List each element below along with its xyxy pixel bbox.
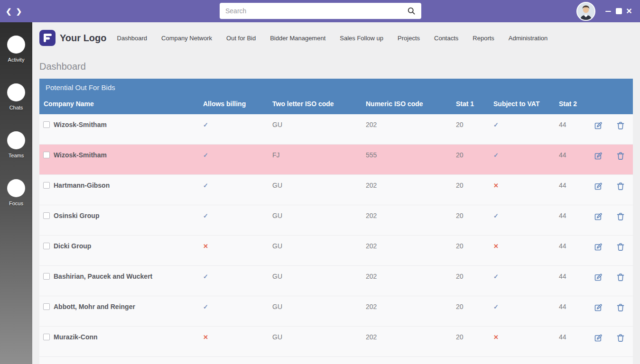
- history-nav: ❮ ❯: [6, 0, 22, 22]
- iso2-value: FJ: [272, 151, 280, 159]
- search-input[interactable]: [225, 7, 407, 15]
- col-stat-1: Stat 1: [452, 95, 490, 114]
- minimize-icon: [605, 11, 611, 12]
- row-checkbox[interactable]: [43, 182, 50, 189]
- vat-mark: ✕: [493, 182, 499, 189]
- allows-billing-mark: ✓: [203, 212, 208, 219]
- nav-contacts[interactable]: Contacts: [434, 35, 458, 42]
- bids-panel: Potential Out For Bids Company Name Allo…: [39, 79, 633, 364]
- iso-num-value: 202: [366, 273, 377, 280]
- allows-billing-mark: ✓: [203, 152, 208, 159]
- close-button[interactable]: ✕: [624, 0, 634, 22]
- minimize-button[interactable]: [603, 0, 613, 22]
- row-checkbox[interactable]: [43, 212, 50, 219]
- edit-icon[interactable]: [594, 242, 603, 252]
- vat-mark: ✕: [493, 243, 499, 250]
- iso-num-value: 555: [366, 151, 377, 159]
- delete-icon[interactable]: [616, 333, 625, 343]
- titlebar-right: ✕: [576, 0, 634, 22]
- forward-icon[interactable]: ❯: [16, 7, 22, 16]
- col-actions: [588, 95, 633, 114]
- table-row: Dicki Group ✕ GU 202 20 ✕ 44: [39, 236, 633, 266]
- sidebar-item-label: Teams: [9, 153, 24, 158]
- vat-mark: ✓: [493, 212, 499, 219]
- row-checkbox[interactable]: [43, 243, 50, 249]
- stat2-value: 44: [559, 212, 566, 219]
- sidebar-item-activity[interactable]: Activity: [0, 36, 32, 63]
- nav-projects[interactable]: Projects: [398, 35, 420, 42]
- user-avatar[interactable]: [576, 2, 595, 21]
- stat2-value: 44: [559, 333, 566, 341]
- bids-table: Company Name Allows billing Two letter I…: [39, 95, 633, 364]
- iso-num-value: 202: [366, 121, 377, 128]
- col-allows-billing: Allows billing: [199, 95, 269, 114]
- edit-icon[interactable]: [594, 212, 603, 221]
- nav-bidder-management[interactable]: Bidder Management: [270, 35, 325, 42]
- stat1-value: 20: [456, 121, 464, 128]
- row-checkbox[interactable]: [43, 334, 50, 340]
- edit-icon[interactable]: [594, 303, 603, 312]
- table-row: Lemke Inc ✓ GU 202 20 ✓ 44: [39, 357, 633, 364]
- vat-mark: ✓: [493, 121, 499, 128]
- table-row: Wizosk-Smitham ✓ GU 202 20 ✓ 44: [39, 114, 633, 145]
- search-bar[interactable]: [220, 3, 421, 19]
- delete-icon[interactable]: [616, 151, 625, 161]
- delete-icon[interactable]: [616, 273, 625, 282]
- company-name: Hartmann-Gibson: [54, 182, 110, 189]
- nav-dashboard[interactable]: Dashboard: [117, 35, 148, 42]
- iso-num-value: 202: [366, 242, 377, 250]
- stat1-value: 20: [456, 333, 464, 341]
- stat2-value: 44: [559, 182, 566, 189]
- table-row: Abbott, Mohr and Reinger ✓ GU 202 20 ✓ 4…: [39, 296, 633, 327]
- nav-sales-follow-up[interactable]: Sales Follow up: [340, 35, 383, 42]
- edit-icon[interactable]: [594, 333, 603, 343]
- back-icon[interactable]: ❮: [6, 7, 12, 16]
- delete-icon[interactable]: [616, 212, 625, 221]
- vat-mark: ✕: [493, 334, 499, 341]
- col-subject-to-vat: Subject to VAT: [490, 95, 555, 114]
- page-title: Dashboard: [39, 61, 640, 72]
- iso2-value: GU: [272, 182, 282, 189]
- edit-icon[interactable]: [594, 151, 603, 161]
- app-logo[interactable]: Your Logo: [39, 30, 107, 46]
- close-icon: ✕: [626, 7, 632, 16]
- nav-administration[interactable]: Administration: [509, 35, 547, 42]
- company-name: Wizosk-Smitham: [54, 151, 107, 159]
- delete-icon[interactable]: [616, 303, 625, 312]
- stat2-value: 44: [559, 242, 566, 250]
- allows-billing-mark: ✓: [203, 121, 208, 128]
- sidebar-item-teams[interactable]: Teams: [0, 131, 32, 158]
- row-checkbox[interactable]: [43, 273, 50, 280]
- maximize-button[interactable]: [613, 0, 624, 22]
- row-checkbox[interactable]: [43, 121, 50, 128]
- sidebar-item-chats[interactable]: Chats: [0, 83, 32, 110]
- search-icon[interactable]: [407, 7, 416, 15]
- stat2-value: 44: [559, 121, 566, 128]
- iso-num-value: 202: [366, 333, 377, 341]
- titlebar: ❮ ❯ ✕: [0, 0, 640, 22]
- maximize-icon: [616, 8, 622, 14]
- row-checkbox[interactable]: [43, 152, 50, 158]
- delete-icon[interactable]: [616, 182, 625, 191]
- edit-icon[interactable]: [594, 182, 603, 191]
- stat1-value: 20: [456, 242, 464, 250]
- sidebar-item-label: Activity: [8, 57, 25, 63]
- company-name: Murazik-Conn: [54, 333, 98, 341]
- edit-icon[interactable]: [594, 273, 603, 282]
- row-checkbox[interactable]: [43, 303, 50, 310]
- nav-company-network[interactable]: Company Network: [161, 35, 212, 42]
- nav-reports[interactable]: Reports: [473, 35, 494, 42]
- delete-icon[interactable]: [616, 121, 625, 130]
- col-company-name: Company Name: [39, 95, 199, 114]
- allows-billing-mark: ✓: [203, 182, 208, 189]
- sidebar-item-focus[interactable]: Focus: [0, 179, 32, 206]
- table-row: Bashirian, Paucek and Wuckert ✓ GU 202 2…: [39, 266, 633, 296]
- nav-out-for-bid[interactable]: Out for Bid: [226, 35, 256, 42]
- table-row: Wizosk-Smitham ✓ FJ 555 20 ✓ 44: [39, 145, 633, 175]
- iso2-value: GU: [272, 121, 282, 128]
- table-body: Wizosk-Smitham ✓ GU 202 20 ✓ 44: [39, 114, 633, 364]
- chats-icon: [7, 83, 25, 101]
- edit-icon[interactable]: [594, 121, 603, 130]
- delete-icon[interactable]: [616, 242, 625, 252]
- teams-icon: [7, 131, 25, 149]
